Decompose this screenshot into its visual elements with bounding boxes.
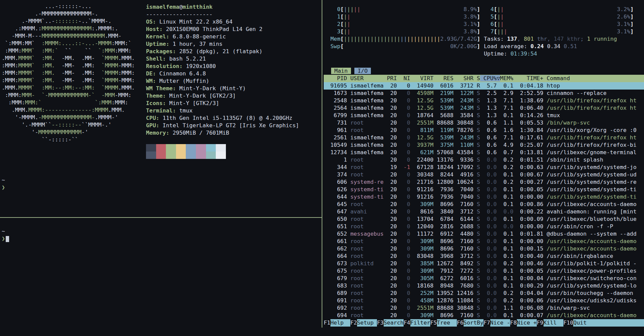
shr: 7680 bbox=[457, 282, 473, 289]
process-table-header[interactable]: PID USER PRI NI VIRT RES SHR S CPU%▽MEM%… bbox=[324, 75, 644, 82]
fkey-label-kill[interactable]: Kill bbox=[544, 319, 563, 327]
process-row[interactable]: 683 root 20 0 18168 8948 7680 S 0.0 0.1 … bbox=[324, 282, 644, 290]
info-line: Host: 20X1S0EM00 ThinkPad L14 Gen 2 bbox=[146, 26, 299, 33]
process-row[interactable]: 662 root 20 0 309M 8696 7160 S 0.0 0.1 0… bbox=[324, 245, 644, 253]
fkey-f10[interactable]: F10 bbox=[563, 319, 574, 327]
process-row[interactable]: 626 systemd-ti 20 0 91216 7936 7040 S 0.… bbox=[324, 186, 644, 193]
pid: 683 bbox=[324, 282, 347, 289]
nice: 0 bbox=[400, 268, 410, 274]
virt: 12040 bbox=[413, 223, 433, 230]
res: 12876 bbox=[437, 297, 453, 304]
pid: 691 bbox=[324, 297, 347, 304]
fkey-f5[interactable]: F5 bbox=[430, 319, 437, 327]
info-line: Terminal: tmux bbox=[146, 107, 299, 114]
fkey-f2[interactable]: F2 bbox=[350, 319, 357, 327]
process-row[interactable]: 644 systemd-ti 20 0 91216 7936 7040 S 0.… bbox=[324, 193, 644, 201]
tab-main[interactable]: Main bbox=[331, 68, 351, 74]
process-row[interactable]: 647 avahi 20 0 8616 3840 3712 S 0.0 0.0 … bbox=[324, 208, 644, 215]
process-row[interactable]: 651 root 20 0 12040 2816 2688 S 0.0 0.0 … bbox=[324, 223, 644, 230]
command: /usr/libexec/udisks2/udisks bbox=[547, 297, 636, 304]
res: 8696 bbox=[437, 201, 453, 207]
state: S bbox=[477, 105, 480, 111]
process-row[interactable]: 689 root 20 0 252M 13952 12416 S 0.0 0.2… bbox=[324, 290, 644, 297]
process-row[interactable]: 645 root 20 0 309M 8696 7160 S 0.0 0.1 0… bbox=[324, 201, 644, 208]
fkey-label-setup[interactable]: Setup bbox=[357, 319, 377, 327]
process-row[interactable]: 652 messagebus 20 0 11172 6912 4480 S 0.… bbox=[324, 230, 644, 238]
fkey-label-help[interactable]: Help bbox=[330, 319, 350, 327]
shell-prompt-active-pane[interactable]: ~ ❯ bbox=[2, 228, 9, 242]
sort-column-cpu[interactable]: CPU%▽ bbox=[480, 75, 500, 81]
process-row[interactable]: 374 root 20 0 30348 8244 4916 S 0.0 0.1 … bbox=[324, 171, 644, 178]
fkey-f8[interactable]: F8 bbox=[510, 319, 517, 327]
process-row[interactable]: 344 root 19 -1 67128 18244 17092 S 0.0 0… bbox=[324, 164, 644, 171]
command: /usr/lib/polkit-1/polkitd - bbox=[547, 260, 636, 267]
command: /usr/libexec/accounts-daemo bbox=[547, 238, 636, 244]
fkey-f6[interactable]: F6 bbox=[457, 319, 464, 327]
pane-divider-vertical[interactable] bbox=[322, 0, 322, 328]
state: S bbox=[477, 275, 480, 281]
process-row[interactable]: 606 systemd-re 20 0 21716 12800 10624 S … bbox=[324, 178, 644, 186]
prompt-input-line[interactable]: ❯ bbox=[2, 235, 9, 242]
process-row[interactable]: 2564 ismaelfema 20 0 12.5G 539M 243M S 1… bbox=[324, 104, 644, 112]
shr: 78276 bbox=[457, 127, 473, 133]
process-row[interactable]: 731 root 20 0 2551M 88688 30848 S 0.6 1.… bbox=[324, 119, 644, 127]
process-row[interactable]: 673 polkitd 20 0 385M 12672 8492 S 0.0 0… bbox=[324, 260, 644, 267]
state: S bbox=[477, 238, 480, 244]
nice: 0 bbox=[400, 260, 410, 267]
mem-pct: 0.2 bbox=[500, 164, 513, 170]
fkey-f4[interactable]: F4 bbox=[404, 319, 410, 327]
fkey-label-tree[interactable]: Tree bbox=[437, 319, 457, 327]
process-row[interactable]: 2561 ismaelfema 20 0 12.5G 539M 243M S 0… bbox=[324, 134, 644, 141]
mem-pct: 0.1 bbox=[500, 201, 513, 207]
pid: 374 bbox=[324, 171, 347, 178]
fkey-f7[interactable]: F7 bbox=[484, 319, 490, 327]
process-row[interactable]: 6799 ismaelfema 20 0 18764 5688 3584 S 1… bbox=[324, 112, 644, 119]
fkey-label-filter[interactable]: Filter bbox=[410, 319, 430, 327]
process-row[interactable]: 650 root 20 0 13704 6784 6144 S 0.0 0.1 … bbox=[324, 215, 644, 223]
process-row[interactable]: 10549 ismaelfema 20 0 3937M 375M 110M S … bbox=[324, 141, 644, 149]
palette-swatch bbox=[176, 144, 186, 152]
process-row[interactable]: 664 root 20 0 83048 3968 3712 S 0.0 0.1 … bbox=[324, 253, 644, 260]
process-row[interactable]: 91695 ismaelfema 20 0 14940 6016 3712 R … bbox=[324, 82, 644, 90]
fkey-label-nice[interactable]: Nice - bbox=[490, 319, 510, 327]
process-row[interactable]: 1673 ismaelfema 20 0 4598M 219M 122M S 2… bbox=[324, 90, 644, 97]
nice: 0 bbox=[400, 208, 410, 215]
fkey-f3[interactable]: F3 bbox=[377, 319, 384, 327]
state: S bbox=[477, 164, 480, 170]
user: root bbox=[350, 290, 384, 296]
mem-pct: 2.9 bbox=[500, 90, 513, 96]
nice: 0 bbox=[400, 171, 410, 178]
pid: 961 bbox=[324, 127, 347, 133]
process-row[interactable]: 694 root 20 0 309M 8696 7160 S 0.0 0.1 0… bbox=[324, 312, 644, 319]
pane-htop: 0[||||| 8.9%] 1[|| 3.8%] 2[|| 3.1%] 3[||… bbox=[324, 0, 644, 328]
fkey-label-sortby[interactable]: SortBy bbox=[464, 319, 484, 327]
fkey-label-quit[interactable]: Quit bbox=[573, 319, 593, 327]
info-label: WM: bbox=[146, 78, 156, 84]
virt: 4598M bbox=[413, 90, 433, 96]
info-value: 11th Gen Intel i5-1135G7 (8) @ 4.200GHz bbox=[159, 115, 292, 121]
shr: 7040 bbox=[457, 194, 473, 200]
shr: 3712 bbox=[457, 82, 473, 89]
fkey-f1[interactable]: F1 bbox=[324, 319, 330, 327]
fkey-f9[interactable]: F9 bbox=[537, 319, 544, 327]
fkey-label-search[interactable]: Search bbox=[384, 319, 404, 327]
pane-divider-horizontal[interactable] bbox=[0, 217, 322, 218]
cpu-meter-3: 3[|| 3.8%] bbox=[330, 28, 480, 35]
tab-io[interactable]: I/O bbox=[354, 68, 371, 74]
process-row[interactable]: 692 root 20 0 2551M 88688 30848 S 0.0 1.… bbox=[324, 304, 644, 312]
process-row[interactable]: 2548 ismaelfema 20 0 12.5G 539M 243M S 1… bbox=[324, 97, 644, 104]
fkey-label-nice[interactable]: Nice + bbox=[517, 319, 537, 327]
process-row[interactable]: 675 root 20 0 309M 7912 7272 S 0.0 0.1 0… bbox=[324, 267, 644, 275]
command: tmux bbox=[547, 112, 560, 119]
cpu-pct: 1.3 bbox=[484, 112, 497, 119]
process-row[interactable]: 961 root 20 0 811M 119M 78276 S 0.6 1.6 … bbox=[324, 127, 644, 134]
process-row[interactable]: 1 root 20 0 22400 13176 9336 S 0.0 0.2 0… bbox=[324, 156, 644, 164]
virt: 91216 bbox=[413, 186, 433, 193]
process-row[interactable]: 661 root 20 0 309M 8696 7160 S 0.0 0.1 0… bbox=[324, 238, 644, 245]
process-row[interactable]: 679 root 20 0 305M 6272 6016 S 0.0 0.1 0… bbox=[324, 275, 644, 282]
palette-swatch bbox=[216, 144, 226, 152]
process-row[interactable]: 691 root 20 0 458M 12876 11084 S 0.0 0.2… bbox=[324, 297, 644, 304]
process-row[interactable]: 12734 ismaelfema 20 0 621M 57068 43584 S… bbox=[324, 149, 644, 156]
res: 12800 bbox=[437, 179, 453, 185]
nice: 0 bbox=[400, 201, 410, 207]
